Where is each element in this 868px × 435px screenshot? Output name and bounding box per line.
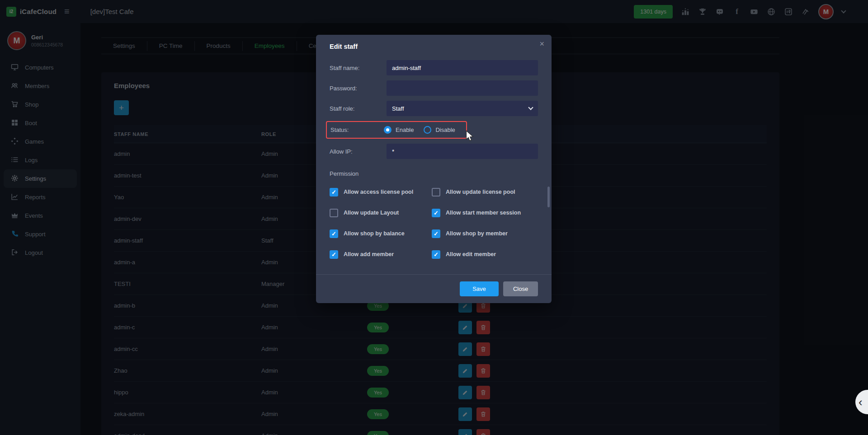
modal-title: Edit staff — [330, 43, 538, 50]
edit-staff-modal: × Edit staff Staff name: Password: Staff… — [316, 35, 552, 303]
close-icon[interactable]: × — [539, 39, 544, 49]
status-label: Status: — [330, 126, 384, 133]
status-highlight-box: Status: Enable Disable — [326, 121, 467, 139]
permission-item[interactable]: ✓ Allow edit member — [432, 247, 534, 262]
permission-section-label: Permission — [330, 170, 538, 177]
check-icon: ✓ — [331, 252, 336, 257]
checkbox[interactable]: ✓ — [330, 229, 338, 238]
permission-label: Allow shop by member — [446, 230, 508, 237]
permission-item[interactable]: ✓ Allow add member — [330, 247, 432, 262]
check-icon: ✓ — [434, 210, 439, 216]
permission-label: Allow edit member — [446, 251, 496, 257]
permission-item[interactable]: ✓ Allow start member session — [432, 205, 534, 220]
modal-scrollbar[interactable] — [547, 187, 550, 207]
checkbox[interactable]: ✓ — [432, 250, 440, 259]
checkbox[interactable]: ✓ — [432, 188, 440, 196]
allow-ip-field: Allow IP: — [330, 144, 538, 159]
password-field: Password: — [330, 80, 538, 96]
permission-item[interactable]: ✓ Allow shop by balance — [330, 226, 432, 241]
staff-role-select[interactable]: Staff — [387, 101, 538, 116]
status-enable-option[interactable]: Enable — [384, 126, 414, 134]
checkbox[interactable]: ✓ — [432, 209, 440, 217]
close-button[interactable]: Close — [503, 281, 538, 296]
radio-checked-icon[interactable] — [384, 126, 392, 134]
check-icon: ✓ — [331, 189, 336, 195]
staff-name-input[interactable] — [387, 60, 538, 75]
permission-item[interactable]: ✓ Allow update license pool — [432, 184, 534, 200]
permission-label: Allow add member — [344, 251, 394, 257]
permission-label: Allow start member session — [446, 210, 521, 216]
disable-label: Disable — [435, 126, 455, 133]
staff-name-label: Staff name: — [330, 65, 387, 71]
save-button[interactable]: Save — [460, 281, 499, 296]
app-root: i2 iCafeCloud ≡ [dev]Test Cafe 1301 days… — [0, 0, 868, 435]
permission-label: Allow update Layout — [344, 210, 399, 216]
check-icon: ✓ — [434, 252, 439, 257]
radio-unchecked-icon[interactable] — [424, 126, 431, 134]
permission-grid: ✓ Allow access license pool ✓ Allow upda… — [330, 184, 538, 262]
checkbox[interactable]: ✓ — [432, 229, 440, 238]
checkbox[interactable]: ✓ — [330, 250, 338, 259]
permission-label: Allow update license pool — [446, 189, 515, 195]
permission-label: Allow access license pool — [344, 189, 413, 195]
status-disable-option[interactable]: Disable — [424, 126, 455, 134]
staff-name-field: Staff name: — [330, 60, 538, 75]
permission-item[interactable]: ✓ Allow access license pool — [330, 184, 432, 200]
allow-ip-label: Allow IP: — [330, 148, 387, 155]
modal-footer: Save Close — [316, 274, 552, 303]
allow-ip-input[interactable] — [387, 144, 538, 159]
checkbox[interactable]: ✓ — [330, 209, 338, 217]
enable-label: Enable — [396, 126, 414, 133]
staff-role-field: Staff role: Staff — [330, 101, 538, 116]
password-input[interactable] — [387, 80, 538, 96]
check-icon: ✓ — [331, 231, 336, 237]
staff-role-label: Staff role: — [330, 105, 387, 112]
checkbox[interactable]: ✓ — [330, 188, 338, 196]
password-label: Password: — [330, 85, 387, 92]
check-icon: ✓ — [434, 231, 439, 237]
permission-label: Allow shop by balance — [344, 230, 405, 237]
permission-item[interactable]: ✓ Allow update Layout — [330, 205, 432, 220]
permission-item[interactable]: ✓ Allow shop by member — [432, 226, 534, 241]
